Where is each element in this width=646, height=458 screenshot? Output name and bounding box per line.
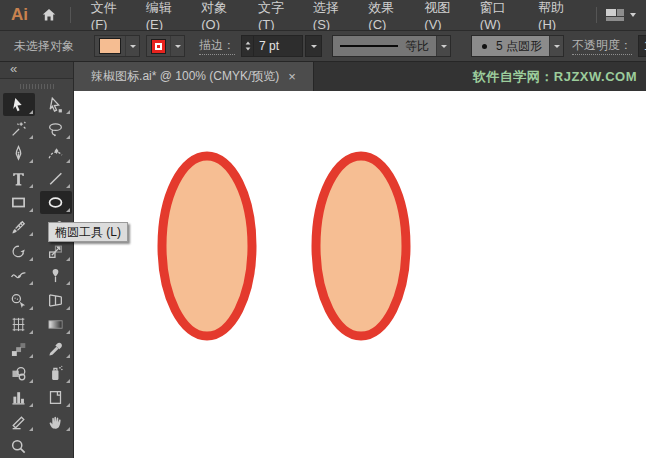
curvature-tool[interactable] bbox=[37, 142, 74, 166]
tools-grid bbox=[0, 93, 74, 458]
document-tab[interactable]: 辣椒图标.ai* @ 100% (CMYK/预览) × bbox=[74, 62, 314, 91]
ellipse-tool[interactable] bbox=[37, 191, 74, 215]
selection-tool[interactable] bbox=[0, 93, 37, 117]
paintbrush-tool-icon bbox=[10, 219, 27, 236]
gradient-tool[interactable] bbox=[37, 313, 74, 337]
watermark-text: 软件自学网：RJZXW.COM bbox=[473, 62, 637, 91]
magic-wand-tool-icon bbox=[10, 121, 27, 138]
paintbrush-tool[interactable] bbox=[0, 215, 37, 239]
stroke-color-control[interactable] bbox=[146, 35, 185, 57]
brush-preset-label: 5 点圆形 bbox=[496, 38, 542, 55]
menu-item-object[interactable]: 对象(O) bbox=[190, 0, 247, 30]
slice-tool-icon bbox=[10, 414, 27, 431]
chevron-down-icon[interactable] bbox=[436, 36, 450, 56]
symbol-sprayer-tool-icon bbox=[47, 365, 64, 382]
type-tool[interactable] bbox=[0, 166, 37, 190]
ellipse-tool-icon bbox=[47, 194, 64, 211]
menu-item-window[interactable]: 窗口(W) bbox=[469, 0, 527, 30]
divider bbox=[70, 7, 71, 23]
direct-selection-tool[interactable] bbox=[37, 93, 74, 117]
puppet-warp-tool-icon bbox=[47, 267, 64, 284]
puppet-warp-tool[interactable] bbox=[37, 264, 74, 288]
flyout-corner-icon bbox=[66, 427, 70, 431]
perspective-grid-tool-icon bbox=[47, 292, 64, 309]
lasso-tool[interactable] bbox=[37, 117, 74, 141]
close-tab-icon[interactable]: × bbox=[288, 70, 296, 83]
eyedropper-tool[interactable] bbox=[37, 337, 74, 361]
zoom-tool[interactable] bbox=[0, 434, 37, 458]
menu-bar: Ai 文件(F)编辑(E)对象(O)文字(T)选择(S)效果(C)视图(V)窗口… bbox=[0, 0, 646, 30]
workspace-switcher[interactable] bbox=[606, 8, 636, 22]
mesh-tool[interactable] bbox=[0, 313, 37, 337]
flyout-corner-icon bbox=[29, 403, 33, 407]
brush-definition-dropdown[interactable]: 5 点圆形 bbox=[471, 35, 564, 57]
zoom-tool-icon bbox=[10, 438, 27, 455]
blend-tool[interactable] bbox=[0, 337, 37, 361]
artboard-canvas[interactable] bbox=[74, 91, 646, 458]
menu-item-view[interactable]: 视图(V) bbox=[413, 0, 469, 30]
scale-tool-icon bbox=[47, 243, 64, 260]
stroke-swatch[interactable] bbox=[151, 39, 166, 54]
fill-color-control[interactable] bbox=[94, 35, 140, 57]
flyout-corner-icon bbox=[29, 354, 33, 358]
live-paint-bucket-tool-icon bbox=[10, 365, 27, 382]
home-icon[interactable] bbox=[41, 7, 57, 23]
stroke-panel-link[interactable]: 描边： bbox=[199, 37, 235, 55]
pen-tool-icon bbox=[10, 145, 27, 162]
collapse-panel-button[interactable]: « bbox=[0, 62, 73, 79]
flyout-corner-icon bbox=[29, 159, 33, 163]
fill-swatch[interactable] bbox=[99, 38, 121, 54]
shape-builder-tool[interactable] bbox=[0, 288, 37, 312]
menu-item-effect[interactable]: 效果(C) bbox=[357, 0, 413, 30]
symbol-sprayer-tool[interactable] bbox=[37, 361, 74, 385]
flyout-corner-icon bbox=[29, 184, 33, 188]
flyout-corner-icon bbox=[29, 208, 33, 212]
rotate-tool[interactable] bbox=[0, 239, 37, 263]
width-tool[interactable] bbox=[0, 264, 37, 288]
menu-item-file[interactable]: 文件(F) bbox=[80, 0, 135, 30]
stroke-profile-preview bbox=[340, 45, 398, 48]
selection-tool-icon bbox=[10, 97, 27, 114]
perspective-grid-tool[interactable] bbox=[37, 288, 74, 312]
drawn-ellipse[interactable] bbox=[162, 156, 252, 336]
illustrator-window: Ai 文件(F)编辑(E)对象(O)文字(T)选择(S)效果(C)视图(V)窗口… bbox=[0, 0, 646, 458]
chevron-down-icon[interactable] bbox=[549, 36, 563, 56]
direct-selection-tool-icon bbox=[47, 97, 64, 114]
pen-tool[interactable] bbox=[0, 142, 37, 166]
rectangle-tool-icon bbox=[10, 194, 27, 211]
menu-item-edit[interactable]: 编辑(E) bbox=[135, 0, 191, 30]
menu-item-select[interactable]: 选择(S) bbox=[302, 0, 358, 30]
ellipse-tool-tooltip: 椭圆工具 (L) bbox=[48, 222, 128, 242]
flyout-corner-icon bbox=[66, 110, 70, 114]
flyout-corner-icon bbox=[29, 281, 33, 285]
chevron-down-icon[interactable] bbox=[170, 36, 184, 56]
blend-tool-icon bbox=[10, 341, 27, 358]
artwork-ellipses bbox=[74, 91, 646, 458]
stroke-width-input[interactable] bbox=[253, 35, 303, 57]
slice-tool[interactable] bbox=[0, 410, 37, 434]
live-paint-bucket-tool[interactable] bbox=[0, 361, 37, 385]
panel-grip-horizontal[interactable] bbox=[20, 84, 54, 89]
eyedropper-tool-icon bbox=[47, 341, 64, 358]
stroke-width-dropdown[interactable] bbox=[305, 35, 322, 57]
flyout-corner-icon bbox=[66, 379, 70, 383]
menu-item-type[interactable]: 文字(T) bbox=[247, 0, 302, 30]
menu-item-help[interactable]: 帮助(H) bbox=[527, 0, 583, 30]
flyout-corner-icon bbox=[29, 330, 33, 334]
line-segment-tool-icon bbox=[47, 170, 64, 187]
chevron-down-icon[interactable] bbox=[125, 36, 139, 56]
rectangle-tool[interactable] bbox=[0, 191, 37, 215]
column-graph-tool[interactable] bbox=[0, 386, 37, 410]
magic-wand-tool[interactable] bbox=[0, 117, 37, 141]
scale-tool[interactable] bbox=[37, 239, 74, 263]
line-segment-tool[interactable] bbox=[37, 166, 74, 190]
stroke-width-stepper[interactable] bbox=[241, 35, 253, 57]
tooltip-text: 椭圆工具 (L) bbox=[55, 224, 121, 241]
drawn-ellipse[interactable] bbox=[316, 156, 406, 336]
flyout-corner-icon bbox=[29, 379, 33, 383]
artboard-tool[interactable] bbox=[37, 386, 74, 410]
opacity-panel-link[interactable]: 不透明度： bbox=[572, 37, 632, 55]
stroke-profile-dropdown[interactable]: 等比 bbox=[332, 35, 451, 57]
hand-tool[interactable] bbox=[37, 410, 74, 434]
opacity-input[interactable] bbox=[638, 35, 646, 57]
